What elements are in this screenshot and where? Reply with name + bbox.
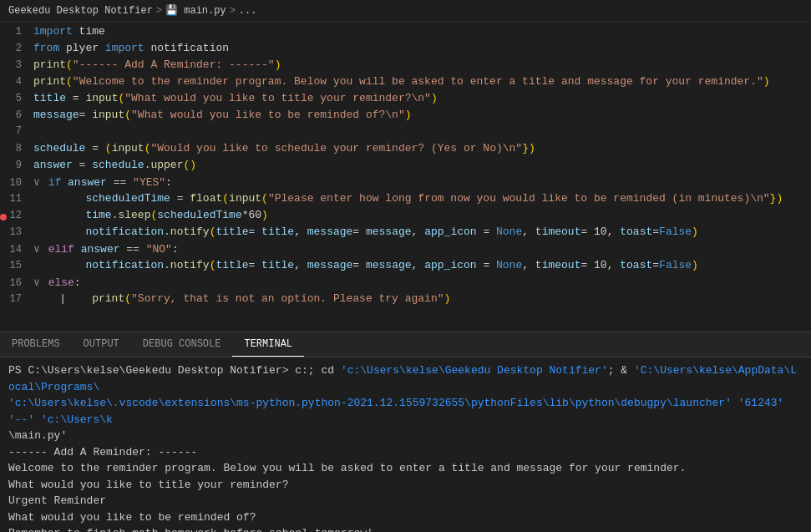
code-line: 16∨ else: — [0, 276, 811, 292]
panel-tab-output[interactable]: OUTPUT — [72, 332, 131, 357]
line-content: notification.notify(title= title, messag… — [30, 225, 811, 238]
terminal-path-link: 'c:\Users\kelse\Geekedu Desktop Notifier… — [341, 364, 608, 377]
breadcrumb: Geekedu Desktop Notifier > 💾 main.py > .… — [0, 0, 811, 22]
line-number: 7 — [0, 125, 30, 137]
terminal-content: PS C:\Users\kelse\Geekedu Desktop Notifi… — [0, 357, 811, 532]
code-line: 1import time — [0, 25, 811, 42]
terminal-output-line: ------ Add A Reminder: ------ — [8, 444, 803, 461]
line-number: 3 — [0, 59, 30, 71]
panel-tab-terminal[interactable]: TERMINAL — [232, 332, 304, 357]
code-lines: 1import time2from plyer import notificat… — [0, 22, 811, 332]
line-number: 15 — [0, 260, 30, 271]
line-content: print("------ Add A Reminder: ------") — [30, 58, 811, 71]
error-indicator — [0, 214, 7, 220]
line-number: 16 — [0, 277, 30, 289]
line-number: 17 — [0, 293, 30, 305]
code-line: 12 time.sleep(scheduledTime*60) — [0, 209, 811, 225]
panel-tab-problems[interactable]: PROBLEMS — [0, 332, 72, 357]
code-editor: 1import time2from plyer import notificat… — [0, 22, 811, 332]
line-number: 2 — [0, 43, 30, 54]
code-line: 8schedule = (input("Would you like to sc… — [0, 142, 811, 159]
terminal-line: 'c:\Users\kelse\.vscode\extensions\ms-py… — [8, 395, 803, 428]
line-number: 6 — [0, 109, 30, 121]
line-number: 14 — [0, 244, 30, 256]
panel-tabs: PROBLEMSOUTPUTDEBUG CONSOLETERMINAL — [0, 332, 811, 357]
line-content: title = input("What would you like to ti… — [30, 92, 811, 104]
line-number: 10 — [0, 177, 30, 189]
code-line: 6message= input("What would you like to … — [0, 109, 811, 125]
line-content: | print("Sorry, that is not an option. P… — [30, 292, 811, 305]
terminal-output-line: Urgent Reminder — [8, 493, 803, 509]
line-content: schedule = (input("Would you like to sch… — [30, 142, 811, 155]
terminal-text: \main.py' — [8, 429, 67, 442]
terminal-cmd-link2: 'c:\Users\kelse\.vscode\extensions\ms-py… — [8, 397, 790, 426]
code-line: 3print("------ Add A Reminder: ------") — [0, 58, 811, 75]
terminal-prompt: PS C:\Users\kelse\Geekedu Desktop Notifi… — [8, 364, 341, 377]
line-number: 13 — [0, 226, 30, 238]
line-content: answer = schedule.upper() — [30, 159, 811, 171]
code-line: 10∨ if answer == "YES": — [0, 175, 811, 192]
line-content: from plyer import notification — [30, 42, 811, 54]
line-content: notification.notify(title= title, messag… — [30, 259, 811, 271]
code-line: 15 notification.notify(title= title, mes… — [0, 259, 811, 276]
code-line: 2from plyer import notification — [0, 42, 811, 58]
line-number: 11 — [0, 193, 30, 205]
terminal-output-line: What would you like to title your remind… — [8, 477, 803, 494]
line-content: ∨ if answer == "YES": — [30, 175, 811, 189]
line-number: 8 — [0, 143, 30, 155]
terminal-line: \main.py' — [8, 428, 803, 444]
code-line: 13 notification.notify(title= title, mes… — [0, 225, 811, 242]
code-line: 7 — [0, 125, 811, 142]
terminal-line: PS C:\Users\kelse\Geekedu Desktop Notifi… — [8, 362, 803, 395]
breadcrumb-project: Geekedu Desktop Notifier — [8, 5, 153, 17]
line-number: 5 — [0, 93, 30, 104]
code-line: 17 | print("Sorry, that is not an option… — [0, 292, 811, 309]
terminal-separator: ; & — [608, 364, 634, 377]
breadcrumb-symbol: ... — [239, 5, 257, 17]
code-line: 14∨ elif answer == "NO": — [0, 242, 811, 259]
line-number: 4 — [0, 76, 30, 88]
line-content: time.sleep(scheduledTime*60) — [30, 209, 811, 221]
terminal-output-line: Remember to finish math homework before … — [8, 525, 803, 532]
terminal-output-line: What would you like to be reminded of? — [8, 509, 803, 526]
line-content: ∨ else: — [30, 276, 811, 289]
line-content: import time — [30, 25, 811, 38]
code-line: 4print("Welcome to the reminder program.… — [0, 75, 811, 92]
terminal-output-line: Welcome to the reminder program. Below y… — [8, 460, 803, 477]
line-content: ∨ elif answer == "NO": — [30, 242, 811, 256]
code-line: 11 scheduledTime = float(input("Please e… — [0, 192, 811, 209]
panel-bottom: PROBLEMSOUTPUTDEBUG CONSOLETERMINAL PS C… — [0, 332, 811, 532]
code-line: 5title = input("What would you like to t… — [0, 92, 811, 109]
line-content: print("Welcome to the reminder program. … — [30, 75, 811, 88]
line-number: 1 — [0, 26, 30, 38]
panel-tab-debug-console[interactable]: DEBUG CONSOLE — [131, 332, 233, 357]
line-number: 9 — [0, 160, 30, 171]
line-content: message= input("What would you like to b… — [30, 109, 811, 121]
line-content: scheduledTime = float(input("Please ente… — [30, 192, 811, 205]
breadcrumb-file: 💾 main.py — [165, 4, 226, 17]
code-line: 9answer = schedule.upper() — [0, 159, 811, 175]
